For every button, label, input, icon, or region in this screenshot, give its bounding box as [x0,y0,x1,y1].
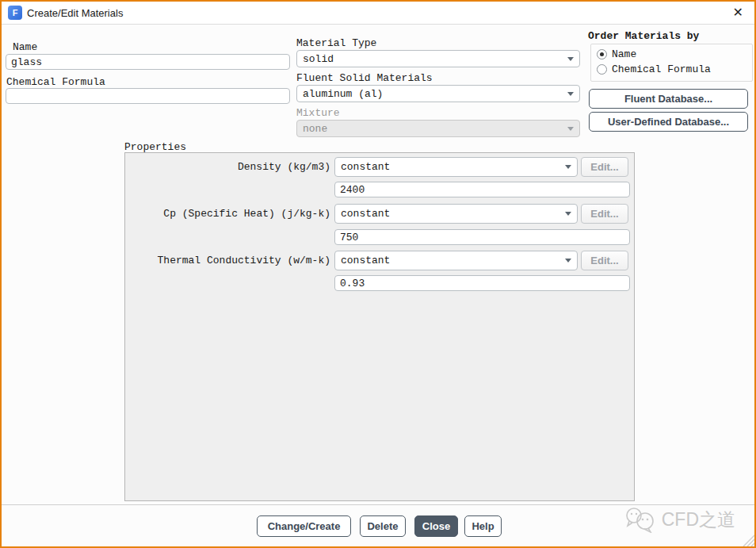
delete-button[interactable]: Delete [360,515,406,537]
density-method-value: constant [341,161,562,173]
fluent-database-button[interactable]: Fluent Database... [589,89,748,109]
properties-label: Properties [124,141,186,153]
create-edit-materials-dialog: F Create/Edit Materials ✕ Name Chemical … [0,0,756,548]
chevron-down-icon [567,127,574,131]
cp-label: Cp (Specific Heat) (j/kg-k) [128,208,330,220]
fluent-solid-materials-dropdown[interactable]: aluminum (al) [296,85,580,102]
chat-bubbles-logo-icon [624,506,657,533]
chevron-down-icon [565,212,571,216]
chevron-down-icon [567,92,574,96]
cp-value-input[interactable] [334,229,630,245]
cp-edit-button[interactable]: Edit... [581,204,628,224]
radio-unselected-icon [597,64,607,75]
chemical-formula-label: Chemical Formula [6,76,105,88]
thermal-conductivity-value-input[interactable] [334,275,630,291]
cp-method-value: constant [341,208,562,220]
footer-separator [2,504,754,505]
density-method-dropdown[interactable]: constant [334,157,578,177]
chevron-down-icon [567,57,574,61]
mixture-value: none [303,123,564,135]
density-edit-button[interactable]: Edit... [581,157,628,177]
cp-method-dropdown[interactable]: constant [334,204,578,224]
material-type-dropdown[interactable]: solid [296,50,580,67]
change-create-button[interactable]: Change/Create [257,515,351,537]
order-by-chemical-formula-label: Chemical Formula [612,63,711,75]
name-input[interactable] [6,54,290,70]
radio-selected-icon [597,49,607,59]
order-by-name-label: Name [612,48,636,60]
window-title: Create/Edit Materials [27,7,123,19]
fluent-solid-materials-label: Fluent Solid Materials [296,72,433,84]
order-by-chemical-formula-radio[interactable]: Chemical Formula [597,63,711,75]
resize-grip[interactable] [740,532,754,546]
name-label: Name [13,41,37,53]
chevron-down-icon [565,259,571,263]
material-type-value: solid [303,53,564,65]
close-button[interactable]: Close [414,515,458,537]
watermark: CFD之道 [624,506,735,533]
title-bar: F Create/Edit Materials ✕ [2,2,754,25]
fluent-app-icon: F [8,6,22,20]
watermark-text: CFD之道 [662,508,735,532]
user-defined-database-button[interactable]: User-Defined Database... [589,112,748,132]
fluent-solid-materials-value: aluminum (al) [303,88,564,100]
help-button[interactable]: Help [464,515,502,537]
thermal-conductivity-label: Thermal Conductivity (w/m-k) [128,255,330,266]
thermal-conductivity-method-dropdown[interactable]: constant [334,251,578,270]
mixture-label: Mixture [296,107,340,119]
order-materials-by-label: Order Materials by [588,30,699,42]
thermal-conductivity-method-value: constant [341,255,562,266]
density-value-input[interactable] [334,182,630,197]
material-type-label: Material Type [296,37,376,49]
close-icon[interactable]: ✕ [733,5,743,21]
mixture-dropdown: none [296,120,580,137]
thermal-conductivity-edit-button[interactable]: Edit... [581,251,628,270]
chemical-formula-input[interactable] [6,88,290,104]
order-by-name-radio[interactable]: Name [597,48,636,60]
chevron-down-icon [565,165,571,169]
density-label: Density (kg/m3) [128,161,330,173]
